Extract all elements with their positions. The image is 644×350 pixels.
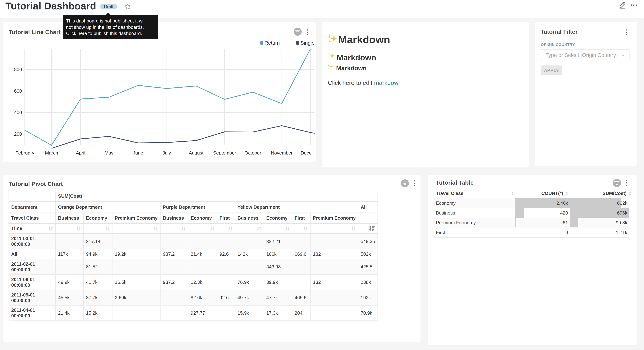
svg-text:Return: Return xyxy=(264,40,280,46)
svg-text:October: October xyxy=(244,150,262,156)
svg-text:July: July xyxy=(162,150,171,156)
svg-text:Dece: Dece xyxy=(300,150,312,156)
svg-text:February: February xyxy=(16,150,34,156)
svg-text:400: 400 xyxy=(14,110,22,115)
svg-text:200: 200 xyxy=(14,131,22,137)
svg-text:August: August xyxy=(189,150,204,156)
svg-text:March: March xyxy=(45,150,58,156)
svg-text:May: May xyxy=(104,150,114,156)
svg-text:Single: Single xyxy=(300,40,314,46)
svg-text:800: 800 xyxy=(14,67,22,72)
svg-text:600: 600 xyxy=(14,88,22,94)
svg-text:September: September xyxy=(213,150,236,156)
svg-text:June: June xyxy=(133,150,143,156)
svg-text:November: November xyxy=(271,150,292,156)
svg-text:April: April xyxy=(76,150,85,156)
